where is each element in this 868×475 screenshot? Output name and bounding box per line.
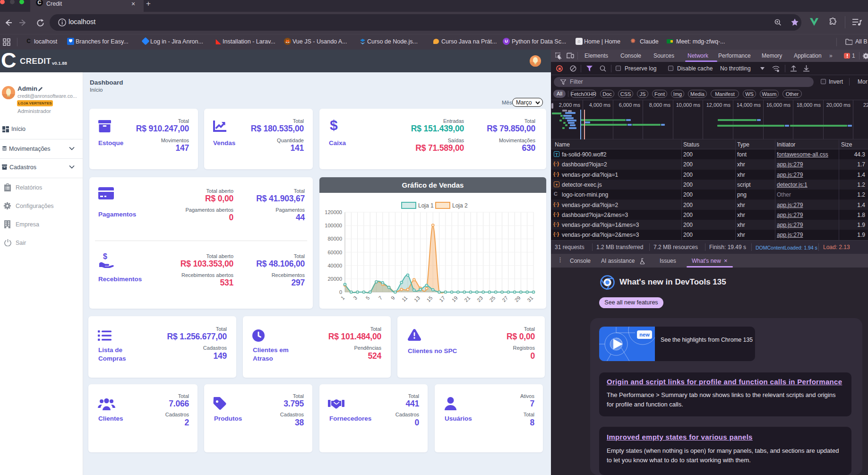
svg-text:40000: 40000 — [327, 263, 342, 268]
svg-text:60000: 60000 — [327, 250, 342, 255]
svg-text:17: 17 — [438, 295, 446, 303]
svg-text:15: 15 — [425, 295, 433, 303]
svg-text:21: 21 — [463, 295, 471, 303]
svg-text:5: 5 — [365, 295, 371, 301]
svg-text:11: 11 — [401, 295, 409, 303]
svg-text:Loja 2: Loja 2 — [452, 202, 468, 209]
svg-text:3: 3 — [352, 295, 358, 301]
svg-text:Loja 1: Loja 1 — [418, 202, 434, 209]
svg-text:7: 7 — [377, 295, 383, 301]
svg-text:new: new — [639, 332, 650, 337]
svg-text:27: 27 — [501, 295, 509, 303]
svg-text:13: 13 — [413, 295, 421, 303]
svg-text:0: 0 — [339, 289, 342, 295]
svg-text:31: 31 — [526, 295, 534, 303]
svg-text:23: 23 — [476, 295, 484, 303]
svg-text:1: 1 — [340, 295, 346, 301]
svg-text:19: 19 — [451, 295, 459, 303]
svg-text:9: 9 — [390, 295, 396, 301]
svg-text:25: 25 — [488, 295, 496, 303]
svg-text:120000: 120000 — [325, 209, 342, 215]
svg-text:29: 29 — [514, 295, 522, 303]
svg-text:80000: 80000 — [327, 236, 342, 242]
svg-text:20000: 20000 — [327, 276, 342, 282]
svg-text:$: $ — [103, 252, 107, 260]
svg-text:100000: 100000 — [325, 223, 342, 228]
